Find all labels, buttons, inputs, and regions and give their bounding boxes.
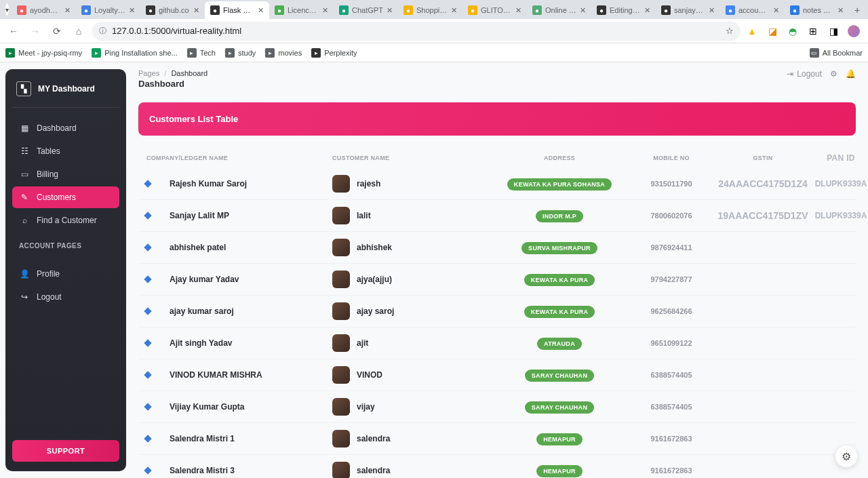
side-panel-icon[interactable]: ◨: [827, 25, 840, 37]
tab-close-icon[interactable]: ✕: [709, 6, 715, 15]
extensions-icon[interactable]: ⊞: [807, 25, 819, 37]
brand[interactable]: ▚ MY Dashboard: [12, 79, 119, 108]
table-row[interactable]: abhishek patel abhishek SURVA MISHRAPUR …: [138, 232, 856, 264]
extension-icon-1[interactable]: ◪: [766, 25, 778, 37]
tab-close-icon[interactable]: ✕: [64, 6, 71, 15]
nav-label: Logout: [37, 292, 62, 302]
browser-tab[interactable]: ●accounts.✕: [720, 1, 785, 19]
drive-icon[interactable]: ▲: [746, 25, 758, 37]
new-tab-button[interactable]: +: [849, 1, 865, 19]
tab-search-icon[interactable]: ▾: [5, 3, 9, 16]
pan-cell: DLUPK9339A: [814, 211, 868, 220]
address-bar[interactable]: ⓘ 127.0.0.1:5000/virtual-reality.html ☆: [92, 22, 741, 41]
bookmark-label: study: [238, 49, 256, 57]
all-bookmarks-button[interactable]: ▭ All Bookmar: [810, 48, 863, 58]
bookmark-item[interactable]: ▸Meet - jpy-psiq-rmy: [5, 48, 82, 58]
customer-name: rajesh: [357, 179, 380, 188]
sidebar-item-customers[interactable]: ✎Customers: [12, 186, 119, 208]
profile-avatar-icon[interactable]: [848, 25, 860, 37]
table-row[interactable]: ajay kumar saroj ajay saroj KEWATA KA PU…: [138, 296, 856, 327]
tab-close-icon[interactable]: ✕: [322, 6, 328, 15]
table-row[interactable]: Rajesh Kumar Saroj rajesh KEWATA KA PURA…: [138, 168, 856, 200]
browser-tab[interactable]: ●Editing ex✕: [591, 1, 656, 19]
tab-close-icon[interactable]: ✕: [580, 6, 586, 15]
table-row[interactable]: Ajay kumar Yadav ajya(ajju) KEWATA KA PU…: [138, 264, 856, 296]
sidebar-item-profile[interactable]: 👤Profile: [12, 263, 119, 285]
customer-name: VINOD: [357, 370, 382, 380]
address-cell: KEWATA KA PURA: [488, 304, 631, 318]
tab-close-icon[interactable]: ✕: [644, 6, 650, 15]
table-row[interactable]: Salendra Mistri 1 salendra HEMAPUR 91616…: [138, 423, 856, 455]
table-row[interactable]: Ajit singh Yadav ajit ATRAUDA 9651099122: [138, 327, 856, 359]
browser-tab[interactable]: ●Shopping✕: [398, 1, 462, 19]
notifications-icon[interactable]: 🔔: [846, 69, 856, 79]
bookmark-icon: ▸: [311, 48, 321, 58]
bookmark-icon: ▸: [92, 48, 101, 58]
customer-cell: ajay saroj: [332, 302, 488, 320]
browser-tab[interactable]: ●Licence D✕: [269, 1, 334, 19]
forward-button[interactable]: →: [27, 23, 43, 39]
browser-tab[interactable]: ●sanjayeng✕: [656, 1, 720, 19]
site-info-icon[interactable]: ⓘ: [99, 26, 106, 36]
table-row[interactable]: VINOD KUMAR MISHRA VINOD SARAY CHAUHAN 6…: [138, 359, 856, 391]
logout-button[interactable]: ⇥ Logout: [787, 69, 822, 79]
tab-close-icon[interactable]: ✕: [258, 6, 264, 15]
home-button[interactable]: ⌂: [71, 23, 87, 39]
bookmark-item[interactable]: ▸movies: [265, 48, 302, 58]
bookmark-item[interactable]: ▸Ping Installation she...: [92, 48, 178, 58]
bookmark-item[interactable]: ▸Perplexity: [311, 48, 357, 58]
breadcrumb-root[interactable]: Pages: [138, 69, 159, 77]
tab-close-icon[interactable]: ✕: [451, 6, 457, 15]
floating-settings-button[interactable]: ⚙: [835, 445, 857, 467]
table-row[interactable]: Vijiay Kumar Gupta vijay SARAY CHAUHAN 6…: [138, 391, 856, 423]
tab-close-icon[interactable]: ✕: [515, 6, 521, 15]
tab-title: Flask Mat: [223, 6, 254, 14]
browser-tab[interactable]: ●GLITO Full✕: [462, 1, 527, 19]
back-button[interactable]: ←: [5, 23, 22, 39]
reload-button[interactable]: ⟳: [49, 23, 65, 39]
tab-close-icon[interactable]: ✕: [387, 6, 393, 15]
sidebar-item-tables[interactable]: ☷Tables: [12, 140, 119, 162]
nav-label: Find a Customer: [37, 216, 97, 225]
company-cell: Sanjay Lalit MP: [163, 211, 332, 220]
browser-tab[interactable]: ●github.co✕: [140, 1, 205, 19]
browser-tab[interactable]: ●Online MY✕: [527, 1, 591, 19]
tab-title: github.co: [159, 6, 190, 14]
bookmark-icon: ▸: [187, 48, 197, 58]
page-title: Dashboard: [138, 79, 208, 89]
settings-icon[interactable]: ⚙: [830, 69, 837, 79]
tab-close-icon[interactable]: ✕: [129, 6, 135, 15]
bookmark-item[interactable]: ▸Tech: [187, 48, 216, 58]
address-cell: SURVA MISHRAPUR: [488, 241, 631, 254]
sidebar-item-dashboard[interactable]: ▦Dashboard: [12, 117, 119, 139]
tab-title: accounts.: [738, 6, 770, 14]
tab-close-icon[interactable]: ✕: [773, 6, 779, 15]
browser-tab[interactable]: ●ayodhya a✕: [12, 1, 76, 19]
browser-tab[interactable]: ●ChatGPT✕: [334, 1, 398, 19]
favicon-icon: ●: [339, 5, 349, 15]
tab-title: ayodhya a: [30, 6, 61, 14]
pan-cell: DLUPK9339A: [814, 179, 868, 188]
browser-tab[interactable]: ●Loyalty-D✕: [76, 1, 140, 19]
address-cell: HEMAPUR: [488, 432, 631, 445]
tab-close-icon[interactable]: ✕: [193, 6, 199, 15]
main-content: Pages / Dashboard Dashboard ⇥ Logout ⚙ 🔔…: [126, 62, 868, 478]
svg-rect-4: [144, 307, 151, 315]
sidebar-item-billing[interactable]: ▭Billing: [12, 163, 119, 185]
browser-tab[interactable]: ●Flask Mat✕: [205, 1, 269, 19]
table-row[interactable]: Sanjay Lalit MP lalit INDOR M.P 78006020…: [138, 200, 856, 232]
section-label: ACCOUNT PAGES: [19, 242, 113, 250]
sidebar-item-logout[interactable]: ↪Logout: [12, 286, 119, 308]
table-row[interactable]: Salendra Mistri 3 salendra HEMAPUR 91616…: [138, 455, 856, 478]
tab-close-icon[interactable]: ✕: [837, 6, 844, 15]
extension-icon-2[interactable]: ◓: [787, 25, 799, 37]
brand-icon: ▚: [16, 81, 31, 96]
bookmark-label: movies: [278, 49, 302, 57]
sidebar-item-find-a-customer[interactable]: ⌕Find a Customer: [12, 210, 119, 231]
browser-tab[interactable]: ●notes — F✕: [785, 1, 849, 19]
avatar: [332, 175, 350, 193]
bookmark-star-icon[interactable]: ☆: [726, 26, 734, 36]
bookmark-item[interactable]: ▸study: [225, 48, 256, 58]
support-button[interactable]: SUPPORT: [12, 440, 119, 462]
avatar: [332, 271, 350, 288]
